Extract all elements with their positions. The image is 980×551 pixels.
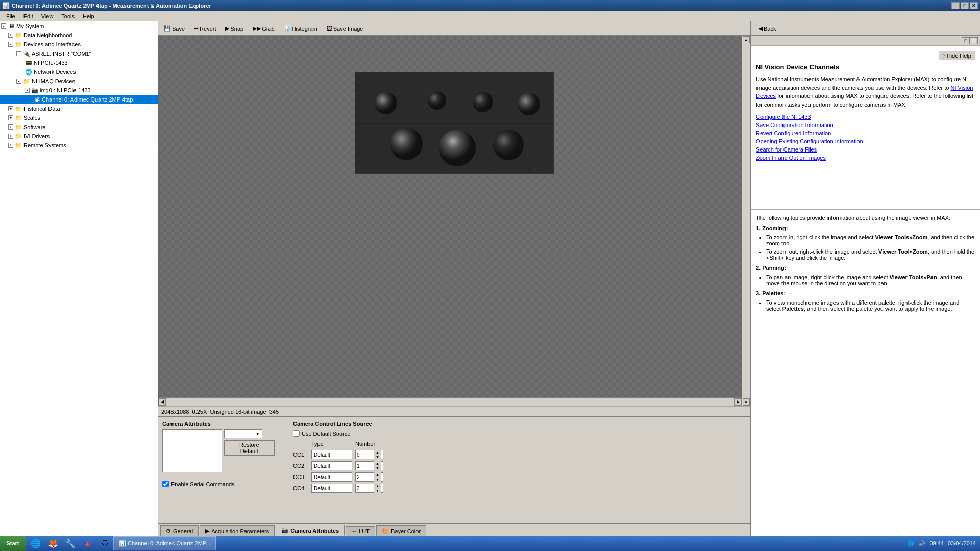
tree-item-data-neighborhood[interactable]: + 📁 Data Neighborhood — [0, 31, 158, 40]
tab-bayer-color[interactable]: 🎨 Bayer Color — [376, 525, 426, 536]
expand-scales[interactable]: + — [8, 115, 13, 120]
scroll-right-btn[interactable]: ▶ — [734, 398, 742, 406]
tree-item-ni-pcie[interactable]: 📟 NI PCIe-1433 — [0, 58, 158, 67]
menu-edit[interactable]: Edit — [19, 12, 37, 20]
cc3-number-input[interactable] — [356, 474, 374, 480]
image-scrollbar-vertical[interactable]: ▲ ▼ — [742, 36, 750, 406]
cc2-number-input[interactable] — [356, 463, 374, 469]
cc2-down-btn[interactable]: ▼ — [374, 466, 381, 470]
cc1-type-select[interactable]: Default External Internal Software — [311, 450, 352, 459]
expand-img0[interactable]: - — [24, 88, 30, 93]
help-link-zoom[interactable]: Zoom In and Out on Images — [756, 155, 975, 161]
cc3-number-spinner[interactable]: ▲ ▼ — [355, 472, 383, 482]
close-button[interactable]: ✕ — [970, 2, 978, 9]
enable-serial-checkbox[interactable] — [162, 481, 169, 487]
use-default-checkbox[interactable] — [293, 430, 300, 437]
expand-devices-interfaces[interactable]: - — [8, 42, 13, 47]
enable-serial-label[interactable]: Enable Serial Commands — [171, 481, 235, 487]
menu-help[interactable]: Help — [79, 12, 99, 20]
historical-icon: 📁 — [14, 105, 22, 113]
back-button[interactable]: ◀ Back — [755, 23, 779, 33]
cc1-number-input[interactable] — [356, 452, 374, 458]
ni-vision-devices-link[interactable]: NI Vision Devices — [756, 85, 973, 99]
maximize-button[interactable]: □ — [961, 2, 969, 9]
menu-file[interactable]: File — [2, 12, 19, 20]
restore-default-button[interactable]: Restore Default — [224, 440, 275, 456]
cc3-type-select[interactable]: Default External Internal Software — [311, 472, 352, 482]
taskbar-browser-icon[interactable]: 🦊 — [45, 536, 61, 550]
scroll-down-btn[interactable]: ▼ — [743, 398, 750, 406]
expand-remote[interactable]: + — [8, 143, 13, 148]
expand-data-neighborhood[interactable]: + — [8, 33, 13, 38]
taskbar-tool-icon[interactable]: 🔧 — [62, 536, 79, 550]
image-scrollbar-horizontal[interactable]: ◀ ▶ — [159, 397, 742, 406]
cc2-type-select[interactable]: Default External Internal Software — [311, 461, 352, 470]
tab-lut[interactable]: ↔ LUT — [346, 526, 375, 536]
tab-camera-attributes[interactable]: 📷 Camera Attributes — [276, 525, 345, 536]
help-link-search-camera[interactable]: Search for Camera Files — [756, 146, 975, 153]
help-link-revert[interactable]: Revert Configured Information — [756, 130, 975, 136]
tree-item-network-devices[interactable]: 🌐 Network Devices — [0, 67, 158, 77]
cc1-down-btn[interactable]: ▼ — [374, 455, 381, 459]
save-image-button[interactable]: 🖼 Save Image — [323, 24, 367, 33]
menu-tools[interactable]: Tools — [57, 12, 79, 20]
revert-button[interactable]: ↩ Revert — [190, 23, 219, 33]
taskbar-max-app[interactable]: 📊 Channel 0: Adimec Quartz 2MP... — [113, 536, 216, 550]
save-button[interactable]: 💾 Save — [160, 23, 188, 33]
cc3-down-btn[interactable]: ▼ — [374, 477, 381, 482]
histogram-button[interactable]: 📊 Histogram — [280, 23, 321, 33]
cc4-type-select[interactable]: Default External Internal Software — [311, 484, 352, 493]
taskbar-extra-icon[interactable]: 🛡 — [97, 536, 113, 550]
cc2-number-spinner[interactable]: ▲ ▼ — [355, 461, 383, 470]
tree-item-img0[interactable]: - 📷 img0 : NI PCIe-1433 — [0, 86, 158, 95]
camera-icon: 📷 — [31, 86, 39, 94]
help-link-save-config[interactable]: Save Configuration Information — [756, 122, 975, 128]
camera-attr-dropdown[interactable]: ▼ — [224, 429, 262, 438]
help-expand-btn[interactable]: ⬜ — [970, 37, 978, 44]
cc2-up-btn[interactable]: ▲ — [374, 461, 381, 466]
taskbar-app-icon[interactable]: 🔺 — [80, 536, 96, 550]
tree-item-channel0[interactable]: 📽 Channel 0: Adimec Quartz 2MP 4tap — [0, 95, 158, 104]
grab-button[interactable]: ▶▶ Grab — [249, 23, 278, 33]
tab-acquisition-parameters[interactable]: ▶ Acquisition Parameters — [200, 525, 275, 536]
expand-my-system[interactable]: - — [1, 23, 6, 29]
use-default-source-row: Use Default Source — [293, 430, 746, 437]
tree-item-remote-systems[interactable]: + 📁 Remote Systems — [0, 141, 158, 150]
expand-historical[interactable]: + — [8, 106, 13, 111]
scroll-up-btn[interactable]: ▲ — [743, 36, 750, 43]
cc1-up-btn[interactable]: ▲ — [374, 450, 381, 455]
help-link-configure[interactable]: Configure the NI 1433 — [756, 114, 975, 120]
taskbar-ie-icon[interactable]: 🌐 — [28, 536, 44, 550]
expand-ni-imaq[interactable]: - — [16, 79, 21, 84]
start-button[interactable]: Start — [0, 536, 26, 551]
cc4-down-btn[interactable]: ▼ — [374, 488, 381, 493]
tree-item-devices-interfaces[interactable]: - 📁 Devices and Interfaces — [0, 40, 158, 49]
expand-asrl1[interactable]: - — [16, 51, 21, 56]
cc3-up-btn[interactable]: ▲ — [374, 472, 381, 477]
tree-item-asrl1[interactable]: - 🔌 ASRL1::INSTR "COM1" — [0, 49, 158, 58]
expand-ivi[interactable]: + — [8, 134, 13, 139]
tree-item-ni-imaq[interactable]: - 📁 NI-IMAQ Devices — [0, 77, 158, 86]
camera-attributes-listbox[interactable] — [162, 429, 222, 472]
cc4-number-input[interactable] — [356, 486, 374, 491]
cc4-up-btn[interactable]: ▲ — [374, 484, 381, 488]
tree-item-scales[interactable]: + 📁 Scales — [0, 113, 158, 122]
scroll-left-btn[interactable]: ◀ — [159, 398, 166, 406]
expand-software[interactable]: + — [8, 124, 13, 130]
hide-help-button[interactable]: ? Hide Help — [939, 51, 975, 60]
tab-general[interactable]: ⚙ General — [160, 525, 199, 536]
use-default-label[interactable]: Use Default Source — [302, 431, 350, 437]
tree-item-historical-data[interactable]: + 📁 Historical Data — [0, 104, 158, 113]
tree-item-ivi-drivers[interactable]: + 📁 IVI Drivers — [0, 132, 158, 141]
help-link-open-existing[interactable]: Opening Existing Configuration Informati… — [756, 138, 975, 144]
title-bar-controls[interactable]: ─ □ ✕ — [951, 2, 978, 9]
help-minimize-btn[interactable]: □ — [962, 37, 970, 44]
cc1-row: CC1 Default External Internal Software ▲… — [293, 450, 746, 459]
menu-view[interactable]: View — [37, 12, 58, 20]
tree-item-my-system[interactable]: - 🖥 My System — [0, 21, 158, 31]
tree-item-software[interactable]: + 📁 Software — [0, 122, 158, 132]
minimize-button[interactable]: ─ — [951, 2, 960, 9]
snap-button[interactable]: ▶ Snap — [222, 23, 247, 33]
cc4-number-spinner[interactable]: ▲ ▼ — [355, 484, 383, 493]
cc1-number-spinner[interactable]: ▲ ▼ — [355, 450, 383, 459]
